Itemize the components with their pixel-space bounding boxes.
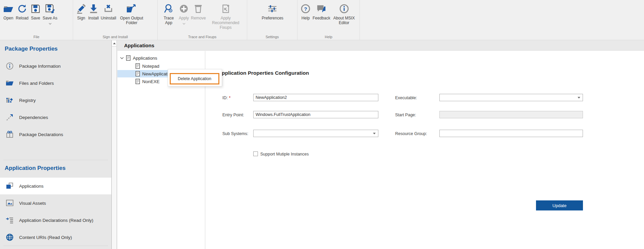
- help-question-icon: ?: [301, 3, 311, 15]
- preferences-button[interactable]: Preferences: [261, 2, 284, 21]
- sidebar-item-label: Application Declarations (Read Only): [19, 218, 93, 223]
- app-window-icon: [5, 182, 14, 190]
- context-menu: Delete Application: [168, 69, 222, 86]
- sidebar-divider: [3, 246, 108, 246]
- executable-label: Executable:: [395, 96, 417, 100]
- sidebar-divider: [3, 160, 108, 160]
- tree-root-applications[interactable]: Applications: [117, 54, 205, 62]
- sidebar-item-label: Package Declarations: [19, 132, 63, 137]
- uninstall-button[interactable]: Uninstall: [100, 2, 117, 21]
- apply-plus-icon: [179, 3, 189, 15]
- sidebar-item-label: Content URIs (Read Only): [19, 235, 72, 240]
- feedback-button[interactable]: Feedback: [312, 2, 331, 21]
- id-label: ID: *: [222, 96, 230, 100]
- svg-text:?: ?: [304, 6, 307, 12]
- sidebar-scrollbar[interactable]: [111, 40, 117, 249]
- ribbon-toolbar: Open Reload Save: [0, 0, 644, 40]
- apply-button[interactable]: Apply: [178, 2, 190, 26]
- support-multiple-instances-checkbox[interactable]: [253, 151, 258, 156]
- about-msix-editor-button-label: About MSIX Editor: [332, 16, 356, 25]
- save-as-button[interactable]: Save As: [42, 2, 58, 26]
- ribbon-empty-space: [360, 0, 644, 40]
- tree-node-label: Notepad: [142, 64, 159, 69]
- support-multiple-instances-label: Support Mutiple Instances: [260, 152, 309, 157]
- install-button[interactable]: Install: [87, 2, 100, 21]
- sidebar-item-label: Visual Assets: [19, 201, 46, 206]
- chevron-down-icon: [182, 21, 185, 26]
- application-properties-heading: Application Properties: [5, 165, 65, 172]
- open-button[interactable]: Open: [2, 2, 15, 21]
- save-button[interactable]: Save: [30, 2, 42, 21]
- ribbon-group-settings-label: Settings: [247, 35, 297, 39]
- help-button[interactable]: ? Help: [300, 2, 312, 21]
- sub-systems-combobox[interactable]: [253, 130, 378, 137]
- sub-systems-label: Sub Systems:: [222, 131, 248, 136]
- image-icon: [5, 200, 14, 206]
- entry-point-label: Entry Point:: [222, 113, 244, 117]
- remove-button[interactable]: Remove: [190, 2, 207, 21]
- apply-recommended-fixups-button[interactable]: Apply Recommended Fixups: [207, 2, 245, 30]
- declarations-icon: [5, 217, 14, 224]
- sidebar-item-content-uris[interactable]: Content URIs (Read Only): [0, 229, 111, 246]
- registry-icon: [5, 97, 14, 104]
- sidebar-item-label: Dependencies: [19, 115, 48, 120]
- ribbon-group-help-label: Help: [298, 35, 360, 39]
- sidebar-item-registry[interactable]: Registry: [0, 92, 111, 109]
- trace-app-icon: [164, 3, 174, 15]
- navigation-sidebar: Package Properties Package Information F…: [0, 40, 111, 249]
- remove-button-label: Remove: [191, 16, 206, 20]
- sidebar-item-package-declarations[interactable]: Package Declarations: [0, 126, 111, 143]
- tree-node-label: Applications: [133, 56, 157, 61]
- sidebar-item-label: Package Information: [19, 64, 61, 69]
- executable-combobox[interactable]: [439, 94, 583, 101]
- apply-recommended-fixups-button-label: Apply Recommended Fixups: [208, 16, 244, 30]
- ribbon-group-help: ? Help Feedback About MSIX Editor: [298, 0, 360, 40]
- sidebar-item-package-information[interactable]: Package Information: [0, 58, 111, 74]
- page-title: Applications: [124, 43, 154, 48]
- document-icon: [136, 63, 140, 69]
- scrollbar-up-button[interactable]: [112, 41, 116, 47]
- document-icon: [136, 79, 140, 84]
- delete-application-menu-item[interactable]: Delete Application: [170, 73, 219, 84]
- remove-trash-icon: [194, 3, 203, 15]
- chevron-down-icon: [49, 21, 52, 26]
- save-button-label: Save: [31, 16, 40, 20]
- id-input[interactable]: [253, 94, 378, 101]
- document-icon: [126, 55, 130, 61]
- dropdown-arrow-icon: [373, 133, 376, 134]
- sidebar-item-applications[interactable]: Applications: [0, 178, 111, 194]
- reload-button[interactable]: Reload: [15, 2, 30, 21]
- ribbon-group-trace-fixups-label: Trace and Fixups: [158, 35, 247, 39]
- resource-group-input[interactable]: [439, 130, 583, 137]
- tree-node-notepad[interactable]: Notepad: [117, 62, 205, 70]
- update-button[interactable]: Update: [536, 200, 583, 210]
- chevron-down-icon[interactable]: [120, 57, 124, 59]
- sidebar-item-files-and-folders[interactable]: Files and Folders: [0, 75, 111, 91]
- open-output-folder-icon: [126, 3, 137, 15]
- trace-app-button-label: Trace App: [161, 16, 177, 25]
- open-output-folder-button-label: Open Output Folder: [118, 16, 145, 25]
- globe-icon: [5, 234, 14, 241]
- start-page-label: Start Page:: [395, 113, 416, 117]
- sidebar-item-dependencies[interactable]: Dependencies: [0, 109, 111, 126]
- install-icon: [89, 3, 99, 15]
- feedback-button-label: Feedback: [313, 16, 330, 20]
- sign-button[interactable]: Sign: [75, 2, 87, 21]
- package-icon: [5, 131, 14, 138]
- msix-editor-window: Open Reload Save: [0, 0, 644, 249]
- sidebar-item-visual-assets[interactable]: Visual Assets: [0, 195, 111, 211]
- about-msix-editor-button[interactable]: About MSIX Editor: [331, 2, 357, 25]
- help-button-label: Help: [302, 16, 310, 20]
- sidebar-item-application-declarations[interactable]: Application Declarations (Read Only): [0, 212, 111, 229]
- sidebar-item-label: Registry: [19, 98, 36, 103]
- save-icon: [31, 3, 41, 15]
- trace-app-button[interactable]: Trace App: [160, 2, 178, 25]
- open-folder-icon: [3, 3, 14, 15]
- entry-point-input[interactable]: [253, 111, 378, 118]
- resource-group-label: Resource Group:: [395, 131, 427, 136]
- open-output-folder-button[interactable]: Open Output Folder: [117, 2, 146, 25]
- tree-node-label: NonEXE: [142, 79, 160, 84]
- preferences-sliders-icon: [267, 3, 277, 15]
- start-page-input: [439, 111, 583, 118]
- content-header: Applications: [117, 40, 644, 51]
